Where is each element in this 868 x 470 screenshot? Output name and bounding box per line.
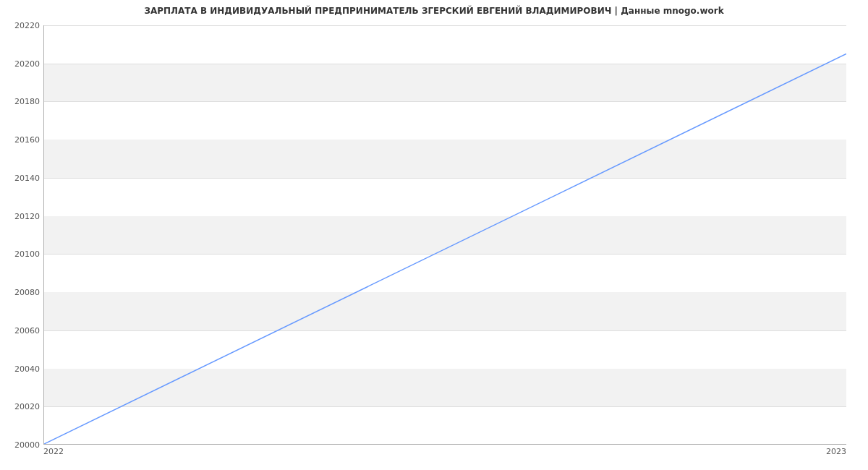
x-tick-label: 2023 [826, 447, 846, 456]
y-tick-label: 20080 [0, 288, 40, 297]
y-tick-label: 20160 [0, 135, 40, 145]
y-tick-label: 20140 [0, 173, 40, 182]
y-tick-label: 20120 [0, 211, 40, 221]
y-tick-label: 20000 [0, 440, 40, 450]
y-tick-label: 20220 [0, 21, 40, 30]
y-tick-label: 20180 [0, 97, 40, 106]
y-tick-label: 20040 [0, 364, 40, 373]
x-tick-label: 2022 [43, 447, 64, 456]
series-line [44, 54, 846, 444]
plot-area [43, 25, 846, 445]
y-tick-label: 20100 [0, 249, 40, 259]
y-tick-label: 20200 [0, 59, 40, 68]
chart-title: ЗАРПЛАТА В ИНДИВИДУАЛЬНЫЙ ПРЕДПРИНИМАТЕЛ… [0, 6, 868, 16]
y-tick-label: 20020 [0, 402, 40, 411]
chart-container: ЗАРПЛАТА В ИНДИВИДУАЛЬНЫЙ ПРЕДПРИНИМАТЕЛ… [0, 0, 868, 470]
y-tick-label: 20060 [0, 325, 40, 335]
line-series [44, 25, 846, 444]
